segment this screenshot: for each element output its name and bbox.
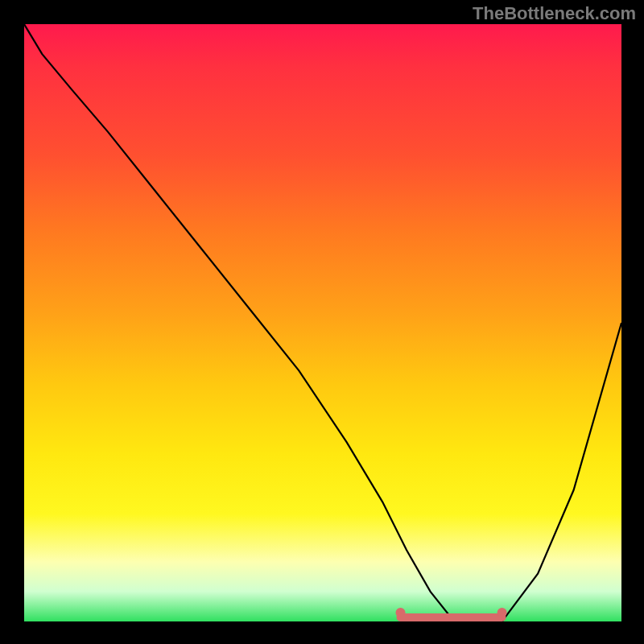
optimal-zone-end-dot bbox=[497, 608, 507, 617]
curve-layer bbox=[24, 24, 621, 621]
plot-area bbox=[24, 24, 621, 621]
optimal-zone-start-dot bbox=[396, 608, 406, 617]
chart-container: TheBottleneck.com bbox=[0, 0, 644, 644]
attribution-label: TheBottleneck.com bbox=[473, 3, 636, 24]
bottleneck-curve bbox=[24, 24, 621, 621]
